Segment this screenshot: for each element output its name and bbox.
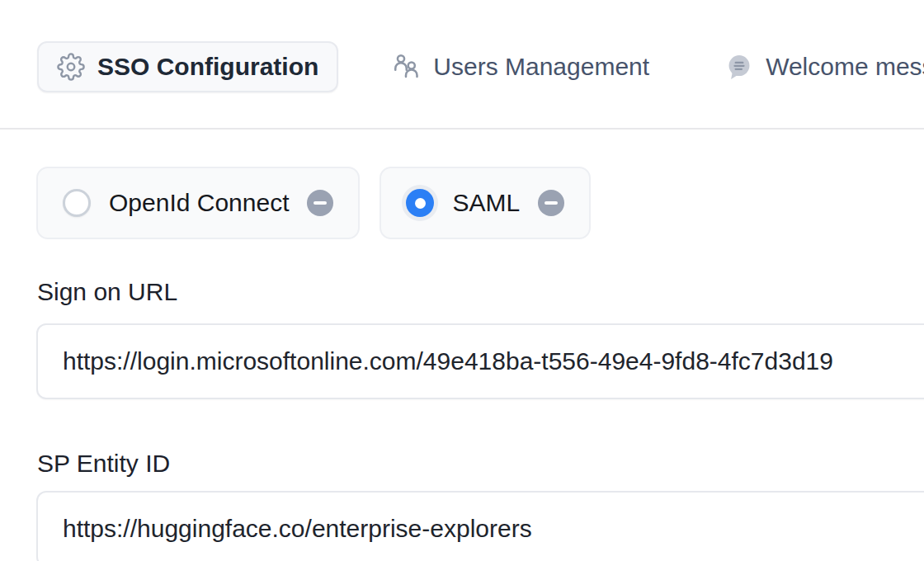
tab-welcome-message[interactable]: Welcome message <box>725 53 924 81</box>
section-divider <box>0 128 924 130</box>
message-icon <box>725 53 753 81</box>
provider-label: SAML <box>452 189 520 217</box>
sso-settings-page: SSO Configuration Users Management <box>0 0 924 561</box>
users-icon <box>391 52 421 82</box>
gear-icon <box>57 53 85 81</box>
tab-sso-configuration[interactable]: SSO Configuration <box>37 41 338 92</box>
sp-entity-id-label: SP Entity ID <box>37 450 170 478</box>
minus-circle-icon[interactable] <box>538 190 564 216</box>
sp-entity-id-input[interactable] <box>36 491 924 561</box>
tab-label: Users Management <box>433 53 649 81</box>
minus-circle-icon[interactable] <box>307 190 333 216</box>
tab-label: Welcome message <box>766 53 924 81</box>
radio-openid-connect[interactable] <box>63 189 91 217</box>
provider-option-saml[interactable]: SAML <box>380 167 591 239</box>
provider-option-openid-connect[interactable]: OpenId Connect <box>36 167 360 239</box>
sign-on-url-label: Sign on URL <box>37 278 177 306</box>
radio-saml[interactable] <box>406 189 434 217</box>
tab-label: SSO Configuration <box>97 53 318 81</box>
tab-users-management[interactable]: Users Management <box>391 52 649 82</box>
sso-provider-options: OpenId Connect SAML <box>36 167 591 239</box>
sign-on-url-input[interactable] <box>36 323 924 399</box>
settings-tab-bar: SSO Configuration Users Management <box>37 41 924 92</box>
provider-label: OpenId Connect <box>109 189 289 217</box>
